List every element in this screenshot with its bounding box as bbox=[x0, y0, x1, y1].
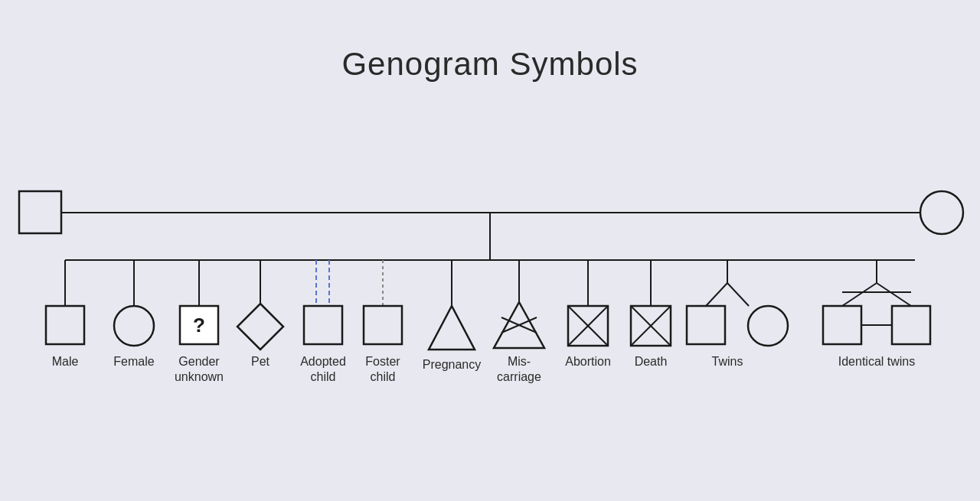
twins-female-symbol bbox=[748, 306, 788, 346]
ident-twins-left-symbol bbox=[823, 306, 861, 344]
ident-right-branch bbox=[877, 283, 911, 306]
pet-symbol bbox=[237, 304, 283, 350]
male-label: Male bbox=[52, 355, 79, 368]
gender-unknown-q: ? bbox=[193, 314, 205, 337]
foster-child-symbol bbox=[364, 306, 402, 344]
adopted-child-symbol bbox=[304, 306, 342, 344]
ident-twins-right-symbol bbox=[892, 306, 930, 344]
root-female-symbol bbox=[920, 191, 963, 234]
death-label: Death bbox=[635, 355, 668, 368]
female-label: Female bbox=[113, 355, 154, 368]
miscarriage-label1: Mis- bbox=[508, 355, 531, 368]
twins-male-symbol bbox=[687, 306, 725, 344]
abortion-label: Abortion bbox=[565, 355, 611, 368]
twins-right-branch bbox=[727, 283, 749, 306]
miscarriage-label2: carriage bbox=[497, 370, 541, 383]
genogram-svg: Male Female ? Gender unknown Pet Adopted… bbox=[0, 176, 980, 497]
adopted-child-label2: child bbox=[311, 370, 336, 383]
pregnancy-label: Pregnancy bbox=[423, 358, 482, 371]
foster-child-label2: child bbox=[371, 370, 396, 383]
page-title: Genogram Symbols bbox=[0, 0, 980, 83]
diagram-area: Male Female ? Gender unknown Pet Adopted… bbox=[0, 176, 980, 501]
gender-unknown-label1: Gender bbox=[178, 355, 220, 368]
male-symbol bbox=[46, 306, 84, 344]
female-symbol bbox=[114, 306, 154, 346]
adopted-child-label1: Adopted bbox=[300, 355, 346, 368]
ident-twins-label: Identical twins bbox=[838, 355, 916, 368]
twins-label: Twins bbox=[712, 355, 743, 368]
gender-unknown-label2: unknown bbox=[175, 370, 224, 383]
root-male-symbol bbox=[19, 191, 61, 233]
foster-child-label1: Foster bbox=[365, 355, 400, 368]
pregnancy-symbol bbox=[429, 306, 475, 350]
twins-left-branch bbox=[706, 283, 727, 306]
ident-left-branch bbox=[842, 283, 877, 306]
pet-label: Pet bbox=[251, 355, 270, 368]
